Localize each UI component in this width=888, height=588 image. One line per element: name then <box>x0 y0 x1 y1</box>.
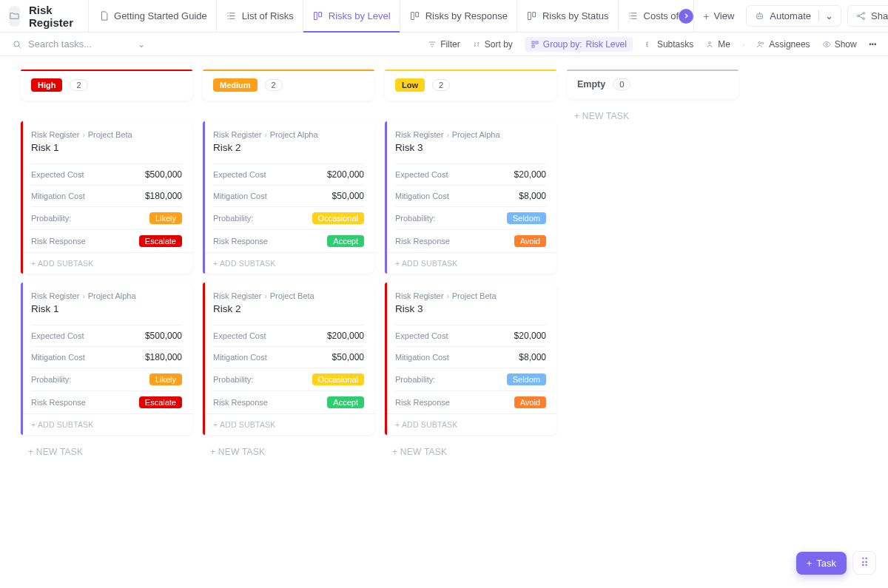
probability-badge: Likely <box>149 374 182 385</box>
task-card[interactable]: Risk Register›Project AlphaRisk 3Expecte… <box>385 121 556 274</box>
sort-button[interactable]: Sort by <box>472 39 513 50</box>
field-value-mitigation: $50,000 <box>332 191 364 201</box>
field-label-mitigation: Mitigation Cost <box>31 353 85 362</box>
subtasks-button[interactable]: Subtasks <box>645 39 693 50</box>
new-task-button[interactable]: + NEW TASK <box>203 435 374 457</box>
field-value-mitigation: $50,000 <box>332 352 364 362</box>
column-header[interactable]: High2 <box>21 70 192 101</box>
add-subtask-button[interactable]: + ADD SUBTASK <box>203 413 374 435</box>
breadcrumb[interactable]: Risk Register›Project Beta <box>213 291 364 300</box>
fab-label: Task <box>816 558 836 569</box>
breadcrumb[interactable]: Risk Register›Project Alpha <box>31 291 182 300</box>
field-value-mitigation: $180,000 <box>145 191 182 201</box>
probability-badge: Seldom <box>507 212 546 224</box>
svg-point-10 <box>709 41 711 44</box>
new-task-button[interactable]: + NEW TASK <box>21 435 192 457</box>
svg-point-11 <box>758 41 761 44</box>
task-card[interactable]: Risk Register›Project AlphaRisk 1Expecte… <box>21 283 192 435</box>
tab-label: List of Risks <box>242 10 294 21</box>
tab-label: Risks by Level <box>329 10 391 21</box>
column-bar <box>203 70 374 71</box>
field-label-expected: Expected Cost <box>213 170 266 179</box>
chevron-right-icon <box>682 12 690 20</box>
chevron-right-icon: › <box>446 131 448 139</box>
probability-badge: Seldom <box>507 374 546 385</box>
field-label-probability: Probability: <box>31 375 71 384</box>
task-title: Risk 2 <box>213 142 364 153</box>
card-stripe <box>385 121 387 274</box>
breadcrumb[interactable]: Risk Register›Project Beta <box>395 291 546 300</box>
probability-badge: Occasional <box>312 212 364 224</box>
task-card[interactable]: Risk Register›Project BetaRisk 2Expected… <box>203 283 374 435</box>
search-icon <box>12 39 22 50</box>
group-by-button[interactable]: Group by: Risk Level <box>525 37 633 52</box>
new-task-button[interactable]: + NEW TASK <box>567 99 739 121</box>
svg-point-6 <box>14 41 19 46</box>
board-icon <box>526 10 537 21</box>
task-card[interactable]: Risk Register›Project BetaRisk 3Expected… <box>385 283 556 435</box>
svg-rect-0 <box>757 14 763 18</box>
eye-icon <box>822 40 831 49</box>
add-subtask-button[interactable]: + ADD SUBTASK <box>385 413 556 435</box>
folder-icon-button[interactable] <box>9 6 20 27</box>
breadcrumb[interactable]: Risk Register›Project Beta <box>31 130 182 139</box>
breadcrumb[interactable]: Risk Register›Project Alpha <box>213 130 364 139</box>
tab-risks-by-response[interactable]: Risks by Response <box>400 0 517 32</box>
add-subtask-button[interactable]: + ADD SUBTASK <box>21 252 192 274</box>
response-badge: Accept <box>327 235 364 247</box>
svg-point-4 <box>863 13 865 15</box>
column-low: Low2Risk Register›Project AlphaRisk 3Exp… <box>385 70 556 457</box>
kanban-board: High2Risk Register›Project BetaRisk 1Exp… <box>0 56 888 470</box>
svg-rect-7 <box>532 41 534 44</box>
field-value-expected: $500,000 <box>145 169 182 180</box>
search-input[interactable] <box>28 38 132 50</box>
separator: · <box>742 39 744 50</box>
task-card[interactable]: Risk Register›Project AlphaRisk 2Expecte… <box>203 121 374 274</box>
share-button[interactable]: Share <box>847 5 888 27</box>
add-subtask-button[interactable]: + ADD SUBTASK <box>21 413 192 435</box>
chevron-right-icon: › <box>446 292 448 300</box>
field-label-mitigation: Mitigation Cost <box>213 192 267 200</box>
robot-icon <box>754 10 765 21</box>
group-prefix: Group by: <box>543 39 582 50</box>
filter-button[interactable]: Filter <box>428 39 460 50</box>
breadcrumb[interactable]: Risk Register›Project Alpha <box>395 130 546 139</box>
tab-risks-by-level[interactable]: Risks by Level <box>303 0 400 32</box>
tab-risks-by-status[interactable]: Risks by Status <box>517 0 618 32</box>
svg-point-3 <box>858 15 860 17</box>
show-button[interactable]: Show <box>822 39 857 50</box>
tab-getting-started[interactable]: Getting Started Guide <box>88 0 216 32</box>
assignees-button[interactable]: Assignees <box>756 39 810 50</box>
automate-button[interactable]: Automate ⌄ <box>746 5 841 27</box>
column-count: 2 <box>265 79 283 91</box>
plus-icon: + <box>807 558 813 569</box>
task-card[interactable]: Risk Register›Project BetaRisk 1Expected… <box>21 121 192 274</box>
apps-button[interactable]: ⠿ <box>852 551 876 575</box>
view-label: View <box>713 10 734 21</box>
column-header[interactable]: Medium2 <box>203 70 374 101</box>
response-badge: Escalate <box>139 235 182 247</box>
column-label: Low <box>395 78 425 92</box>
me-button[interactable]: Me <box>705 39 730 50</box>
apps-icon: ⠿ <box>861 556 869 570</box>
column-empty: Empty0+ NEW TASK <box>567 70 739 121</box>
field-value-expected: $20,000 <box>514 169 546 180</box>
new-task-fab[interactable]: + Task <box>796 552 847 575</box>
column-header[interactable]: Empty0 <box>567 70 739 99</box>
column-header[interactable]: Low2 <box>385 70 556 101</box>
add-subtask-button[interactable]: + ADD SUBTASK <box>203 252 374 274</box>
add-subtask-button[interactable]: + ADD SUBTASK <box>385 252 556 274</box>
field-label-response: Risk Response <box>31 237 86 246</box>
response-badge: Accept <box>327 396 364 408</box>
chevron-down-icon[interactable]: ⌄ <box>138 39 145 50</box>
field-label-probability: Probability: <box>395 375 435 384</box>
tab-list-of-risks[interactable]: List of Risks <box>216 0 303 32</box>
field-label-expected: Expected Cost <box>395 170 448 179</box>
add-view-button[interactable]: + View <box>693 0 743 32</box>
plus-icon: + <box>703 10 709 22</box>
new-task-button[interactable]: + NEW TASK <box>385 435 556 457</box>
more-button[interactable]: ··· <box>869 38 876 51</box>
tab-costs-of[interactable]: Costs of <box>618 0 682 32</box>
field-label-mitigation: Mitigation Cost <box>213 353 267 362</box>
column-high: High2Risk Register›Project BetaRisk 1Exp… <box>21 70 192 457</box>
